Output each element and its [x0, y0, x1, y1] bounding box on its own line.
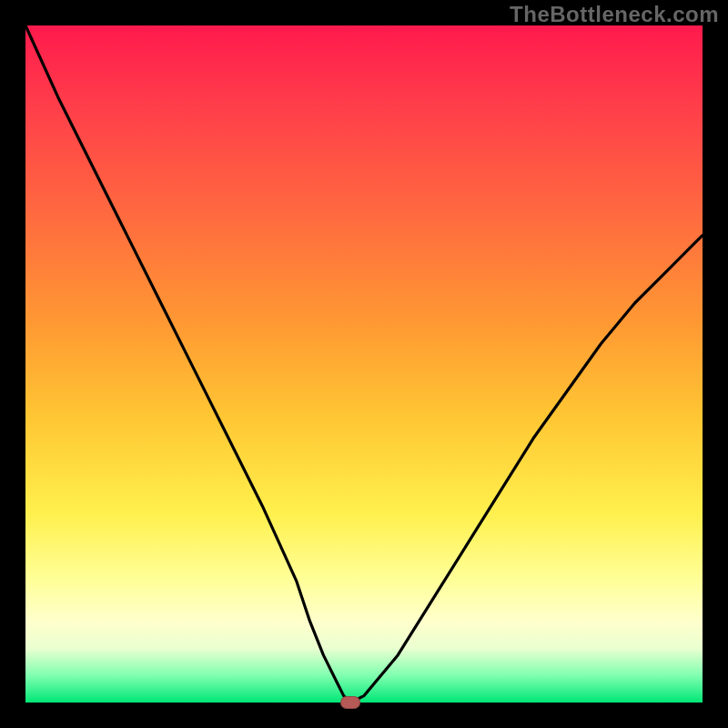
minimum-marker [340, 696, 360, 709]
bottleneck-curve [25, 25, 703, 703]
chart-frame: TheBottleneck.com [0, 0, 728, 728]
watermark-text: TheBottleneck.com [510, 2, 719, 27]
plot-area [25, 25, 703, 703]
